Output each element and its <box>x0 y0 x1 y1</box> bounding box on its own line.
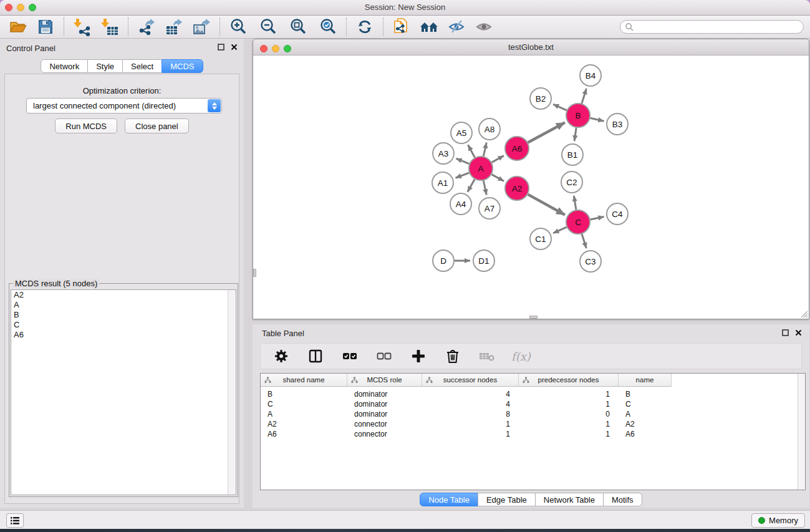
tab-style[interactable]: Style <box>87 59 123 73</box>
graph-edge-B-B4[interactable] <box>582 89 586 104</box>
search-field[interactable] <box>620 20 804 34</box>
graph-node-A3[interactable]: A3 <box>433 143 454 164</box>
network-window-titlebar[interactable]: testGlobe.txt <box>253 39 809 56</box>
network-from-selection-icon[interactable] <box>392 17 412 37</box>
cell-successor-nodes[interactable]: 4 <box>422 399 519 409</box>
cell-name[interactable]: B <box>619 389 672 399</box>
close-table-panel-icon[interactable] <box>795 329 802 336</box>
cell-name[interactable]: A <box>619 409 672 419</box>
node-table[interactable]: shared nameMCDS rolesuccessor nodesprede… <box>260 373 806 490</box>
graph-edge-B-B1[interactable] <box>574 128 576 141</box>
zoom-fit-icon[interactable] <box>288 17 308 37</box>
cell-shared-name[interactable]: C <box>261 399 347 409</box>
result-item[interactable]: C <box>11 320 236 330</box>
cell-successor-nodes[interactable]: 1 <box>422 429 519 439</box>
graph-edge-A-A4[interactable] <box>468 179 475 191</box>
cell-predecessor-nodes[interactable]: 1 <box>519 399 619 409</box>
run-mcds-button[interactable]: Run MCDS <box>55 118 117 133</box>
export-network-icon[interactable] <box>137 17 157 37</box>
hide-selected-icon[interactable] <box>446 17 466 37</box>
tab-edge-table[interactable]: Edge Table <box>478 493 536 506</box>
cell-shared-name[interactable]: A2 <box>261 419 347 429</box>
graph-edge-C-C3[interactable] <box>582 234 586 248</box>
open-session-icon[interactable] <box>8 17 28 37</box>
graph-node-B2[interactable]: B2 <box>530 88 551 109</box>
zoom-out-icon[interactable] <box>258 17 278 37</box>
graph-edge-A-A6[interactable] <box>492 156 504 163</box>
table-scrollbar[interactable] <box>798 374 805 490</box>
network-horizontal-scroll-thumb[interactable] <box>529 316 538 319</box>
cell-successor-nodes[interactable]: 1 <box>422 419 519 429</box>
graph-edge-A6-B[interactable] <box>528 122 565 142</box>
cell-shared-name[interactable]: A <box>261 409 347 419</box>
cell-successor-nodes[interactable]: 4 <box>422 389 519 399</box>
cell-MCDS-role[interactable]: connector <box>347 429 422 439</box>
cell-shared-name[interactable]: A6 <box>261 429 347 439</box>
result-item[interactable]: B <box>11 310 236 320</box>
table-row[interactable]: Adominator80A <box>261 409 672 419</box>
float-panel-icon[interactable] <box>218 44 224 51</box>
add-row-icon[interactable] <box>408 346 428 366</box>
graph-node-C[interactable]: C <box>566 210 590 234</box>
zoom-selected-icon[interactable] <box>318 17 338 37</box>
cell-shared-name[interactable]: B <box>261 389 347 399</box>
cell-MCDS-role[interactable]: dominator <box>347 399 422 409</box>
cell-predecessor-nodes[interactable]: 1 <box>519 429 619 439</box>
graph-node-A1[interactable]: A1 <box>432 172 453 193</box>
graph-edge-B-B2[interactable] <box>553 104 567 110</box>
tab-node-table[interactable]: Node Table <box>420 493 478 506</box>
close-panel-icon[interactable] <box>231 44 238 51</box>
graph-edge-C-C2[interactable] <box>574 196 576 210</box>
tab-mcds[interactable]: MCDS <box>162 59 203 73</box>
column-header-successor-nodes[interactable]: successor nodes <box>422 374 519 386</box>
table-row[interactable]: Bdominator41B <box>261 389 672 399</box>
float-table-panel-icon[interactable] <box>782 329 789 336</box>
cell-name[interactable]: C <box>619 399 672 409</box>
resize-grip-icon[interactable] <box>799 309 808 318</box>
graph-node-B3[interactable]: B3 <box>607 114 628 135</box>
graph-edge-A-A3[interactable] <box>456 158 469 163</box>
graph-edge-A2-C[interactable] <box>528 195 565 215</box>
show-columns-icon[interactable] <box>306 346 325 366</box>
graph-node-B4[interactable]: B4 <box>580 65 601 86</box>
cell-successor-nodes[interactable]: 8 <box>422 409 519 419</box>
table-row[interactable]: Cdominator41C <box>261 399 672 409</box>
cell-MCDS-role[interactable]: dominator <box>347 409 422 419</box>
save-session-icon[interactable] <box>36 17 55 37</box>
mcds-result-list[interactable]: A2ABCA6 <box>11 289 236 495</box>
graph-node-B[interactable]: B <box>566 104 590 127</box>
refresh-icon[interactable] <box>355 17 375 37</box>
close-panel-button[interactable]: Close panel <box>125 118 189 133</box>
cell-predecessor-nodes[interactable]: 1 <box>519 419 619 429</box>
cell-predecessor-nodes[interactable]: 1 <box>519 389 619 399</box>
search-input[interactable] <box>634 21 803 32</box>
cell-MCDS-role[interactable]: dominator <box>347 389 422 399</box>
memory-button[interactable]: Memory <box>751 513 805 528</box>
column-header-MCDS-role[interactable]: MCDS role <box>347 374 422 386</box>
status-list-button[interactable] <box>6 513 24 528</box>
result-item[interactable]: A6 <box>11 330 236 340</box>
deselect-all-icon[interactable] <box>374 346 394 366</box>
cell-MCDS-role[interactable]: connector <box>347 419 422 429</box>
result-item[interactable]: A <box>11 300 236 310</box>
graph-node-C2[interactable]: C2 <box>561 172 582 193</box>
graph-node-A4[interactable]: A4 <box>450 193 471 215</box>
column-header-name[interactable]: name <box>619 374 672 386</box>
result-item[interactable]: A2 <box>11 290 236 300</box>
import-table-icon[interactable] <box>100 17 120 37</box>
graph-edge-A-A7[interactable] <box>483 181 486 195</box>
result-list-scrollbar[interactable] <box>228 290 236 495</box>
graph-node-C1[interactable]: C1 <box>530 228 551 249</box>
tab-motifs[interactable]: Motifs <box>603 493 642 506</box>
graph-edge-B-B3[interactable] <box>591 118 604 121</box>
graph-edge-A-A5[interactable] <box>468 145 475 157</box>
network-graph[interactable]: AA1A2A3A4A5A6A7A8BB1B2B3B4CC1C2C3C4DD1 <box>253 56 809 319</box>
export-image-icon[interactable] <box>191 17 211 37</box>
show-all-icon[interactable] <box>474 17 494 37</box>
graph-edge-A-A8[interactable] <box>483 142 486 156</box>
graph-edge-C-C4[interactable] <box>591 216 604 220</box>
zoom-in-icon[interactable] <box>228 17 248 37</box>
graph-node-A7[interactable]: A7 <box>479 198 500 219</box>
delete-icon[interactable] <box>443 346 463 366</box>
cell-name[interactable]: A6 <box>619 429 672 439</box>
